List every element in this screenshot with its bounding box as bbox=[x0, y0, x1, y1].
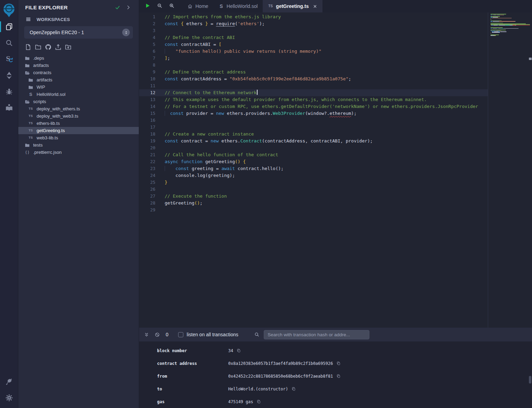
rail-item-deploy-run[interactable] bbox=[0, 67, 18, 83]
code-line[interactable]: 19const contract = new ethers.Contract(c… bbox=[139, 138, 488, 145]
code-line[interactable]: 27// Execute the function bbox=[139, 193, 488, 200]
minimap[interactable] bbox=[488, 12, 532, 328]
code-line[interactable]: 24 console.log(greeting); bbox=[139, 172, 488, 179]
code-line[interactable]: 28getGreeting(); bbox=[139, 200, 488, 207]
file-name: artifacts bbox=[33, 63, 49, 68]
tree-item-deploy-with-ethers-ts[interactable]: TSdeploy_with_ethers.ts bbox=[18, 105, 139, 112]
code-line[interactable]: 5const contractABI = [ bbox=[139, 41, 488, 48]
terminal-collapse-icon[interactable] bbox=[144, 332, 149, 337]
tab-label: getGreeting.ts bbox=[276, 3, 309, 9]
code-text: // Call the hello function of the contra… bbox=[160, 151, 278, 158]
code-line[interactable]: 9// Define the contract address bbox=[139, 69, 488, 76]
code-line[interactable]: 25} bbox=[139, 179, 488, 186]
zoom-in-button[interactable] bbox=[169, 3, 175, 10]
code-line[interactable]: 18// Create a new contract instance bbox=[139, 131, 488, 138]
code-line[interactable]: 1// Import ethers from the ethers.js lib… bbox=[139, 13, 488, 20]
code-line[interactable]: 14// For a testnet or custom RPC, use et… bbox=[139, 103, 488, 110]
clear-console-icon[interactable] bbox=[155, 332, 160, 337]
folder-icon bbox=[28, 84, 33, 90]
tree-item-artifacts[interactable]: artifacts bbox=[18, 76, 139, 83]
terminal-scrollbar-thumb[interactable] bbox=[529, 376, 531, 384]
tree-item-deps[interactable]: .deps bbox=[18, 54, 139, 62]
tree-item-web3-lib-ts[interactable]: TSweb3-lib.ts bbox=[18, 134, 139, 141]
github-icon[interactable] bbox=[45, 43, 52, 51]
folder-icon bbox=[25, 63, 30, 68]
upload-file-icon[interactable] bbox=[55, 43, 62, 51]
line-number: 4 bbox=[139, 34, 160, 41]
code-line[interactable]: 7]; bbox=[139, 55, 488, 62]
code-line[interactable]: 8 bbox=[139, 62, 488, 69]
code-line[interactable]: 12// Connect to the Ethereum network bbox=[139, 89, 488, 96]
tree-item-ethers-lib-ts[interactable]: TSethers-lib.ts bbox=[18, 120, 139, 127]
code-line[interactable]: 15 const provider = new ethers.providers… bbox=[139, 110, 488, 117]
rail-item-settings[interactable] bbox=[0, 390, 18, 406]
code-line[interactable]: 23 const greeting = await contract.hello… bbox=[139, 165, 488, 172]
tree-item-getgreeting-ts[interactable]: TSgetGreeting.ts bbox=[18, 127, 139, 134]
copy-icon[interactable] bbox=[336, 361, 341, 366]
tree-item-deploy-with-web3-ts[interactable]: TSdeploy_with_web3.ts bbox=[18, 112, 139, 120]
line-number: 1 bbox=[139, 13, 160, 20]
transaction-detail-row: contract address0x8a120383e6057b1f3aef4f… bbox=[139, 357, 532, 370]
code-line[interactable]: 4// Define the contract ABI bbox=[139, 34, 488, 41]
check-icon[interactable] bbox=[115, 4, 120, 10]
code-line[interactable]: 3 bbox=[139, 27, 488, 34]
code-line[interactable]: 21// Call the hello function of the cont… bbox=[139, 151, 488, 158]
learneth-icon bbox=[5, 103, 13, 112]
workspace-select[interactable]: OpenZeppelin ERC20 - 1 bbox=[24, 26, 133, 39]
zoom-out-button[interactable] bbox=[157, 3, 163, 10]
tab-getgreeting-ts[interactable]: TSgetGreeting.ts bbox=[263, 0, 322, 12]
copy-icon[interactable] bbox=[236, 348, 241, 353]
ts-icon: TS bbox=[28, 121, 33, 126]
code-editor[interactable]: 1// Import ethers from the ethers.js lib… bbox=[139, 12, 532, 328]
code-line[interactable]: 13// This example uses the default provi… bbox=[139, 96, 488, 103]
tab-home[interactable]: Home bbox=[182, 0, 213, 12]
tree-item-helloworld-sol[interactable]: SHelloWorld.sol bbox=[18, 91, 139, 98]
copy-icon[interactable] bbox=[291, 387, 296, 391]
chevron-right-icon[interactable] bbox=[125, 4, 131, 10]
run-script-button[interactable] bbox=[145, 3, 151, 10]
rail-item-file-explorer[interactable] bbox=[0, 19, 18, 35]
editor-scrollbar-thumb[interactable] bbox=[529, 58, 532, 60]
tree-item-contracts[interactable]: contracts bbox=[18, 69, 139, 76]
detail-label: contract address bbox=[157, 361, 228, 366]
debugger-icon bbox=[5, 87, 13, 96]
tab-helloworld-sol[interactable]: SHelloWorld.sol bbox=[213, 0, 263, 12]
rail-item-learneth[interactable] bbox=[0, 100, 18, 116]
code-line[interactable]: 2const { ethers } = require('ethers'); bbox=[139, 20, 488, 27]
new-folder-icon[interactable] bbox=[35, 43, 42, 51]
rail-item-search[interactable] bbox=[0, 35, 18, 51]
rail-item-debugger[interactable] bbox=[0, 83, 18, 100]
copy-icon[interactable] bbox=[257, 399, 261, 404]
listen-transactions-checkbox[interactable] bbox=[178, 332, 183, 337]
file-name: .deps bbox=[33, 56, 44, 61]
upload-folder-icon[interactable] bbox=[65, 43, 72, 51]
code-line[interactable]: 10const contractAddress = "0xb54febb5c0c… bbox=[139, 76, 488, 82]
line-number: 25 bbox=[139, 179, 160, 186]
tree-item-prettierrc-json[interactable]: { }.prettierrc.json bbox=[18, 149, 139, 156]
code-line[interactable]: 22async function getGreeting() { bbox=[139, 158, 488, 165]
code-line[interactable]: 26 bbox=[139, 186, 488, 193]
tree-item-wip[interactable]: WIP bbox=[18, 83, 139, 91]
transaction-search-input[interactable] bbox=[264, 330, 369, 339]
rail-item-remix-logo[interactable] bbox=[0, 1, 18, 19]
code-line[interactable]: 16 bbox=[139, 117, 488, 124]
rail-item-solidity-compiler[interactable]: S bbox=[0, 51, 18, 67]
close-tab-icon[interactable] bbox=[313, 4, 317, 9]
copy-icon[interactable] bbox=[336, 374, 341, 378]
rail-item-plugin-manager[interactable] bbox=[0, 374, 18, 390]
code-line[interactable]: 11 bbox=[139, 82, 488, 89]
file-name: deploy_with_ethers.ts bbox=[37, 106, 80, 111]
line-number: 11 bbox=[139, 82, 160, 89]
new-file-icon[interactable] bbox=[25, 43, 32, 51]
code-line[interactable]: 17 bbox=[139, 124, 488, 131]
tree-item-tests[interactable]: tests bbox=[18, 141, 139, 149]
code-text bbox=[160, 117, 165, 124]
tree-item-artifacts[interactable]: artifacts bbox=[18, 62, 139, 69]
code-line[interactable]: 20 bbox=[139, 145, 488, 151]
workspace-dropdown-button[interactable] bbox=[122, 29, 130, 36]
tree-item-scripts[interactable]: scripts bbox=[18, 98, 139, 105]
code-line[interactable]: 29 bbox=[139, 207, 488, 213]
code-line[interactable]: 6 "function hello() public view returns … bbox=[139, 48, 488, 55]
menu-icon[interactable] bbox=[25, 16, 31, 22]
code-text bbox=[160, 186, 165, 193]
